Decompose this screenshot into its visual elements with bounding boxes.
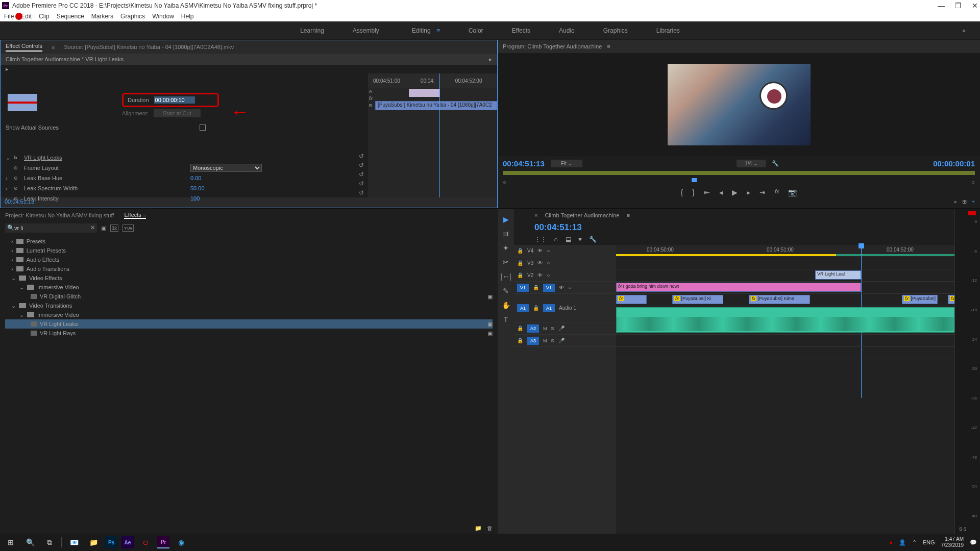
close-seq-icon[interactable]: × — [534, 212, 537, 218]
track-select-tool[interactable]: ⇉ — [503, 230, 509, 238]
workspace-editing[interactable]: Editing ≡ — [404, 25, 444, 36]
go-to-in-icon[interactable]: ⇤ — [704, 188, 710, 196]
clip-caption[interactable]: fx I gotta bring him down now! — [616, 283, 861, 292]
workspace-effects[interactable]: Effects — [508, 25, 534, 36]
sequence-name[interactable]: Climb Together Audiomachine — [545, 212, 619, 218]
people-icon[interactable]: 👤 — [899, 539, 906, 546]
system-clock[interactable]: 1:47 AM7/23/2019 — [941, 536, 964, 548]
tree-item[interactable]: VR Light Rays▣ — [5, 329, 493, 338]
alignment-dropdown[interactable]: Start at Cut — [154, 109, 201, 117]
clip-video[interactable]: fx [PuyaSubs!] Ki — [672, 295, 723, 304]
preset-yuv-icon[interactable]: ʏᴜᴠ — [122, 224, 134, 232]
razor-tool[interactable]: ✂ — [503, 258, 509, 266]
effects-tab[interactable]: Effects ≡ — [124, 212, 146, 219]
workspace-color[interactable]: Color — [464, 25, 487, 36]
settings-icon[interactable]: 🔧 — [589, 236, 597, 243]
mark-in-icon[interactable]: { — [681, 188, 683, 196]
base-hue-value[interactable]: 0.00 — [190, 175, 201, 181]
opera-icon[interactable]: ○ — [138, 536, 153, 549]
clear-search-icon[interactable]: ✕ — [90, 224, 95, 231]
menu-window[interactable]: Window — [152, 13, 174, 20]
play-icon-2[interactable]: ▸ — [6, 66, 9, 72]
insert-icon[interactable]: ⊞ — [962, 198, 967, 205]
minimize-button[interactable]: — — [938, 2, 945, 10]
spectrum-width-value[interactable]: 50.00 — [190, 185, 205, 191]
search-icon[interactable]: 🔍 — [22, 536, 38, 549]
go-to-out-icon[interactable]: ⇥ — [760, 188, 766, 196]
hand-tool[interactable]: ✋ — [502, 301, 510, 309]
marker-icon[interactable]: ⬓ — [566, 236, 571, 243]
workspace-overflow[interactable]: » — [958, 25, 970, 36]
ec-mini-ruler[interactable]: 00:04:51:00 00:04: 00:04:52:00 — [368, 73, 497, 88]
notifications-icon[interactable]: 💬 — [970, 539, 977, 546]
clip-video[interactable]: fx [PuyaSubs!] Kime — [749, 295, 810, 304]
export-frame-icon[interactable]: 📷 — [788, 188, 797, 196]
timeline-timecode[interactable]: 00:04:51:13 — [514, 221, 954, 234]
tray-chevron-icon[interactable]: ⌃ — [912, 539, 917, 546]
clip-video[interactable]: fx [PuyaSubs!] K — [902, 295, 938, 304]
app-icon[interactable]: ◉ — [174, 536, 189, 549]
program-scrubber[interactable] — [503, 171, 975, 175]
after-effects-icon[interactable]: Ae — [121, 536, 134, 548]
pen-tool[interactable]: ✎ — [503, 287, 509, 295]
menu-edit[interactable]: Edit — [21, 13, 32, 20]
program-video-area[interactable] — [498, 53, 980, 156]
tree-item[interactable]: ›Presets — [5, 237, 493, 246]
play-icon[interactable]: ▸ — [489, 56, 492, 63]
workspace-learning[interactable]: Learning — [296, 25, 328, 36]
tree-item[interactable]: ⌄Immersive Video — [5, 310, 493, 319]
add-marker-icon[interactable]: ♥ — [578, 236, 582, 243]
play-button[interactable]: ▶ — [732, 188, 738, 196]
tree-item[interactable]: ›Audio Transitions — [5, 264, 493, 273]
resolution-select[interactable]: 1/4 ⌄ — [737, 160, 766, 167]
ec-clip-b[interactable]: [PuyaSubs!] Kimetsu no Yaiba - 04 [1080p… — [375, 101, 497, 110]
tray-icon[interactable]: ● — [889, 539, 893, 545]
show-actual-sources-checkbox[interactable] — [200, 124, 206, 131]
tree-item[interactable]: ›Lumetri Presets — [5, 246, 493, 255]
ripple-tool[interactable]: ✦ — [503, 244, 509, 252]
wrench-icon[interactable]: 🔧 — [772, 160, 779, 167]
tree-item[interactable]: ⌄Immersive Video — [5, 283, 493, 292]
effects-search-input[interactable] — [5, 223, 97, 233]
add-icon[interactable]: + — [972, 198, 975, 205]
menu-markers[interactable]: Markers — [91, 13, 113, 20]
tree-item[interactable]: ›Audio Effects — [5, 255, 493, 264]
clip-audio[interactable]: L — [616, 307, 980, 333]
preset-badge-icon[interactable]: ▣ — [101, 225, 106, 232]
clip-vr-light-leak[interactable]: VR Light Leal — [815, 270, 861, 280]
panel-menu-icon[interactable]: ≡ — [626, 212, 629, 218]
reset-icon[interactable]: ↺ — [359, 171, 364, 178]
mark-out-icon[interactable]: } — [692, 188, 695, 196]
panel-menu-icon[interactable]: ≡ — [607, 43, 610, 49]
maximize-button[interactable]: ❐ — [955, 2, 962, 10]
workspace-graphics[interactable]: Graphics — [599, 25, 632, 36]
delete-icon[interactable]: 🗑 — [487, 525, 493, 531]
timeline-tracks-area[interactable]: 00:04:50:00 00:04:51:00 00:04:52:00 00:0… — [616, 245, 954, 534]
menu-file[interactable]: File — [4, 13, 14, 20]
menu-graphics[interactable]: Graphics — [120, 13, 145, 20]
linked-selection-icon[interactable]: ∩ — [554, 236, 558, 243]
task-view-icon[interactable]: ⧉ — [42, 536, 57, 549]
zoom-fit[interactable]: Fit ⌄ — [551, 160, 582, 167]
type-tool[interactable]: T — [504, 315, 508, 323]
menu-help[interactable]: Help — [181, 13, 194, 20]
program-timecode[interactable]: 00:04:51:13 — [503, 159, 545, 168]
program-zoom-slider[interactable]: ○○ — [503, 179, 975, 184]
close-button[interactable]: ✕ — [972, 2, 978, 10]
slip-tool[interactable]: |↔| — [500, 272, 511, 281]
transition-block-a[interactable] — [409, 89, 439, 97]
workspace-libraries[interactable]: Libraries — [652, 25, 684, 36]
workspace-assembly[interactable]: Assembly — [349, 25, 383, 36]
workspace-audio[interactable]: Audio — [555, 25, 579, 36]
premiere-icon[interactable]: Pr — [157, 536, 169, 548]
tree-item[interactable]: VR Digital Glitch▣ — [5, 292, 493, 301]
clip-video[interactable]: fx — [616, 295, 647, 304]
project-tab[interactable]: Project: Kimetsu No Yaiba ASMV fixing st… — [5, 212, 114, 218]
duration-input[interactable] — [154, 96, 195, 104]
language-indicator[interactable]: ENG — [923, 539, 935, 545]
tree-item[interactable]: ⌄Video Effects — [5, 273, 493, 283]
panel-menu-icon[interactable]: ≡ — [52, 44, 55, 50]
step-back-icon[interactable]: ◂ — [719, 188, 723, 196]
tree-item[interactable]: ⌄Video Transitions — [5, 301, 493, 310]
reset-icon[interactable]: ↺ — [359, 189, 364, 196]
